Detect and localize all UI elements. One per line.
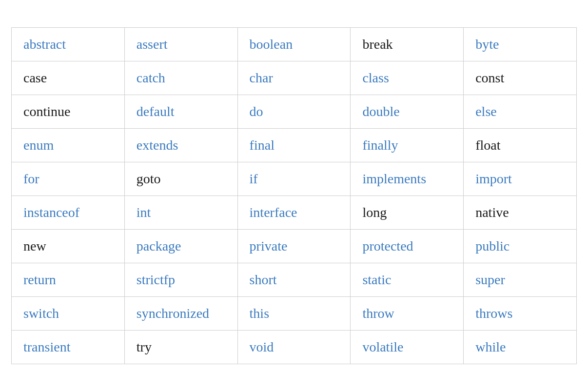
table-cell: int	[124, 196, 237, 229]
table-row: switchsynchronizedthisthrowthrows	[12, 296, 577, 330]
table-cell: char	[237, 61, 351, 95]
table-cell: super	[464, 263, 577, 296]
table-cell: const	[464, 61, 577, 95]
table-cell: goto	[124, 162, 237, 196]
table-cell: class	[351, 61, 464, 95]
table-cell: short	[237, 263, 351, 296]
table-cell: volatile	[351, 330, 464, 364]
table-cell: boolean	[237, 27, 351, 61]
table-cell: strictfp	[124, 263, 237, 296]
table-row: newpackageprivateprotectedpublic	[12, 229, 577, 263]
table-row: instanceofintinterfacelongnative	[12, 196, 577, 229]
table-cell: default	[124, 95, 237, 128]
table-cell: enum	[12, 128, 125, 162]
table-cell: long	[351, 196, 464, 229]
table-cell: instanceof	[12, 196, 125, 229]
table-cell: while	[464, 330, 577, 364]
table-cell: finally	[351, 128, 464, 162]
table-cell: protected	[351, 229, 464, 263]
table-cell: abstract	[12, 27, 125, 61]
table-row: continuedefaultdodoubleelse	[12, 95, 577, 128]
table-row: abstractassertbooleanbreakbyte	[12, 27, 577, 61]
table-cell: for	[12, 162, 125, 196]
table-cell: this	[237, 296, 351, 330]
table-cell: new	[12, 229, 125, 263]
table-cell: do	[237, 95, 351, 128]
table-cell: void	[237, 330, 351, 364]
table-cell: interface	[237, 196, 351, 229]
table-cell: return	[12, 263, 125, 296]
table-cell: static	[351, 263, 464, 296]
table-cell: assert	[124, 27, 237, 61]
table-cell: byte	[464, 27, 577, 61]
table-row: transienttryvoidvolatilewhile	[12, 330, 577, 364]
table-cell: package	[124, 229, 237, 263]
table-cell: switch	[12, 296, 125, 330]
table-cell: synchronized	[124, 296, 237, 330]
table-cell: public	[464, 229, 577, 263]
table-cell: throw	[351, 296, 464, 330]
table-row: enumextendsfinalfinallyfloat	[12, 128, 577, 162]
table-cell: if	[237, 162, 351, 196]
table-cell: break	[351, 27, 464, 61]
table-cell: catch	[124, 61, 237, 95]
table-cell: else	[464, 95, 577, 128]
table-cell: final	[237, 128, 351, 162]
table-cell: implements	[351, 162, 464, 196]
table-cell: private	[237, 229, 351, 263]
table-cell: throws	[464, 296, 577, 330]
keywords-table: abstractassertbooleanbreakbytecasecatchc…	[11, 27, 577, 364]
table-cell: extends	[124, 128, 237, 162]
table-cell: case	[12, 61, 125, 95]
table-cell: continue	[12, 95, 125, 128]
table-row: returnstrictfpshortstaticsuper	[12, 263, 577, 296]
table-cell: transient	[12, 330, 125, 364]
table-cell: native	[464, 196, 577, 229]
table-row: casecatchcharclassconst	[12, 61, 577, 95]
table-cell: try	[124, 330, 237, 364]
table-cell: double	[351, 95, 464, 128]
table-cell: float	[464, 128, 577, 162]
table-row: forgotoifimplementsimport	[12, 162, 577, 196]
table-cell: import	[464, 162, 577, 196]
keywords-table-container: abstractassertbooleanbreakbytecasecatchc…	[11, 27, 577, 364]
